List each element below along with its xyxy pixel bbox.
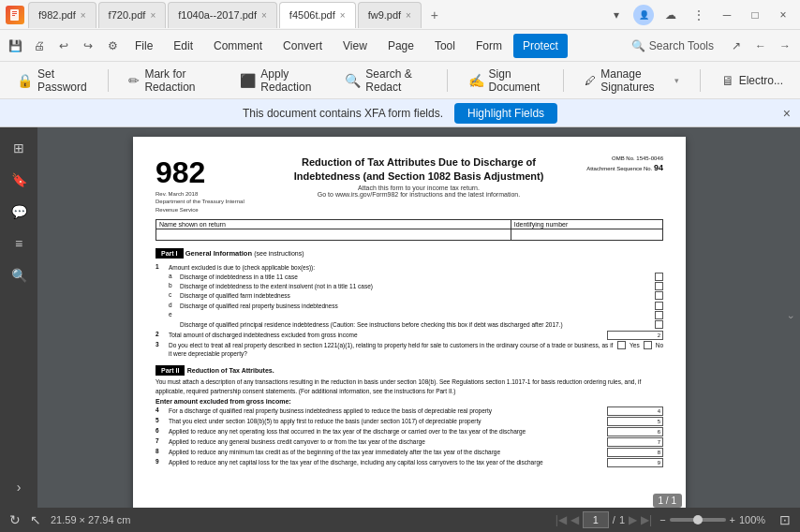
last-page-button[interactable]: ▶| — [641, 513, 652, 526]
checkbox-yes[interactable] — [617, 341, 626, 349]
page-number-input[interactable] — [583, 511, 609, 528]
form-title-block: Reduction of Tax Attributes Due to Disch… — [268, 155, 570, 214]
dimensions-text: 21.59 × 27.94 cm — [51, 514, 130, 525]
zoom-control: − + 100% — [659, 514, 772, 525]
fit-page-button[interactable]: ⊡ — [779, 512, 791, 527]
sidebar-search-icon[interactable]: 🔍 — [6, 262, 32, 288]
tab-f982[interactable]: f982.pdf × — [28, 2, 96, 28]
cloud-icon[interactable]: ☁ — [659, 4, 682, 26]
mark-redaction-label: Mark for Redaction — [144, 67, 214, 94]
line7-text: Applied to reduce any general business c… — [169, 437, 603, 446]
marker-icon: ✏ — [128, 73, 140, 88]
zoom-slider[interactable] — [670, 518, 726, 522]
mark-redaction-button[interactable]: ✏ Mark for Redaction — [119, 67, 223, 94]
manage-signatures-button[interactable]: 🖊 Manage Signatures ▾ — [575, 67, 689, 94]
sign-document-label: Sign Document — [489, 67, 543, 94]
sign-document-button[interactable]: ✍ Sign Document — [459, 67, 553, 94]
line8-box[interactable]: 8 — [607, 448, 663, 457]
checkbox-1f[interactable] — [655, 320, 663, 329]
line6-text: Applied to reduce any net operating loss… — [169, 427, 603, 436]
menu-file[interactable]: File — [126, 34, 162, 58]
search-icon: 🔍 — [631, 39, 645, 52]
back-icon[interactable]: ← — [749, 35, 772, 57]
toolbar-icon-redo[interactable]: ↪ — [77, 35, 99, 57]
sidebar-collapse-icon[interactable]: › — [6, 474, 32, 500]
svg-rect-2 — [12, 13, 17, 14]
tab-close-fw9[interactable]: × — [406, 10, 411, 21]
menu-tool[interactable]: Tool — [425, 34, 465, 58]
line4-box[interactable]: 4 — [607, 406, 663, 416]
tab-close-f982[interactable]: × — [81, 10, 86, 21]
tab-close-f720[interactable]: × — [150, 10, 156, 21]
menu-page[interactable]: Page — [378, 34, 423, 58]
menu-protect[interactable]: Protect — [513, 34, 568, 58]
checkbox-no[interactable] — [644, 341, 652, 349]
zoom-out-button[interactable]: − — [659, 514, 665, 525]
line5-box[interactable]: 5 — [607, 417, 663, 426]
checkbox-1a[interactable] — [655, 273, 663, 281]
line1d-row: d Discharge of qualified real property b… — [156, 302, 663, 310]
line9-box[interactable]: 9 — [607, 458, 663, 467]
title-bar: f982.pdf × f720.pdf × f1040a--2017.pdf ×… — [0, 0, 800, 30]
cursor-icon[interactable]: ↖ — [30, 512, 41, 527]
line6-box[interactable]: 6 — [607, 427, 663, 436]
first-page-button[interactable]: |◀ — [556, 513, 567, 526]
line8-num: 8 — [156, 448, 165, 454]
menu-convert[interactable]: Convert — [274, 34, 332, 58]
avatar[interactable]: 👤 — [633, 5, 654, 25]
zoom-in-button[interactable]: + — [730, 514, 735, 525]
id-input-row[interactable] — [511, 229, 662, 241]
right-collapse-button[interactable]: › — [786, 316, 796, 318]
toolbar-icon-save[interactable]: 💾 — [4, 35, 26, 57]
rotate-icon[interactable]: ↻ — [9, 512, 21, 527]
line2-row: 2 Total amount of discharged indebtednes… — [156, 331, 663, 340]
close-button[interactable]: × — [772, 4, 794, 26]
tab-fw9[interactable]: fw9.pdf × — [358, 2, 422, 28]
name-input-row[interactable] — [156, 229, 511, 241]
new-tab-button[interactable]: + — [423, 4, 446, 26]
maximize-button[interactable]: □ — [744, 4, 766, 26]
toolbar-icon-undo[interactable]: ↩ — [52, 35, 75, 57]
checkbox-1c[interactable] — [655, 291, 663, 300]
toolbar-icon-print[interactable]: 🖨 — [28, 35, 51, 57]
xfa-close-button[interactable]: × — [783, 106, 791, 121]
checkbox-1e[interactable] — [655, 311, 663, 319]
title-bar-right: ▾ 👤 ☁ ⋮ ─ □ × — [605, 4, 794, 26]
form-title-line2: Indebtedness (and Section 1082 Basis Adj… — [268, 170, 570, 184]
apply-redaction-label: Apply Redaction — [260, 67, 319, 94]
set-password-button[interactable]: 🔒 Set Password — [7, 67, 96, 94]
search-tools-button[interactable]: 🔍 Search Tools — [622, 36, 723, 56]
tab-f1040a[interactable]: f1040a--2017.pdf × — [168, 2, 277, 28]
menu-edit[interactable]: Edit — [164, 34, 202, 58]
dropdown-arrow-icon[interactable]: ▾ — [605, 4, 628, 26]
line5-num: 5 — [156, 417, 165, 423]
sidebar-layers-icon[interactable]: ≡ — [6, 230, 32, 257]
minimize-button[interactable]: ─ — [716, 4, 738, 26]
tab-f720[interactable]: f720.pdf × — [98, 2, 167, 28]
sidebar-thumbnail-icon[interactable]: ⊞ — [6, 135, 32, 161]
more-options-icon[interactable]: ⋮ — [688, 4, 710, 26]
prev-page-button[interactable]: ◀ — [570, 513, 579, 526]
next-page-button[interactable]: ▶ — [629, 513, 637, 526]
search-redact-button[interactable]: 🔍 Search & Redact — [335, 67, 436, 94]
menu-comment[interactable]: Comment — [204, 34, 272, 58]
tab-label: f720.pdf — [109, 9, 146, 21]
menu-view[interactable]: View — [333, 34, 377, 58]
tab-close-f4506t[interactable]: × — [340, 10, 346, 21]
sidebar-comment-icon[interactable]: 💬 — [6, 199, 32, 225]
share-icon[interactable]: ↗ — [725, 35, 748, 57]
tab-f4506t[interactable]: f4506t.pdf × — [279, 2, 356, 28]
sidebar-bookmark-icon[interactable]: 🔖 — [6, 167, 32, 193]
electronic-button[interactable]: 🖥 Electro... — [712, 67, 793, 94]
checkbox-1d[interactable] — [655, 302, 663, 310]
highlight-fields-button[interactable]: Highlight Fields — [454, 103, 557, 124]
menu-form[interactable]: Form — [467, 34, 511, 58]
toolbar-icon-settings[interactable]: ⚙ — [101, 35, 124, 57]
tab-close-f1040a[interactable]: × — [261, 10, 267, 21]
line2-value: 2 — [658, 332, 660, 338]
checkbox-1b[interactable] — [655, 282, 663, 290]
line7-box[interactable]: 7 — [607, 437, 663, 447]
line2-value-box[interactable]: 2 — [607, 331, 663, 340]
apply-redaction-button[interactable]: ⬛ Apply Redaction — [230, 67, 328, 94]
forward-icon[interactable]: → — [774, 35, 796, 57]
